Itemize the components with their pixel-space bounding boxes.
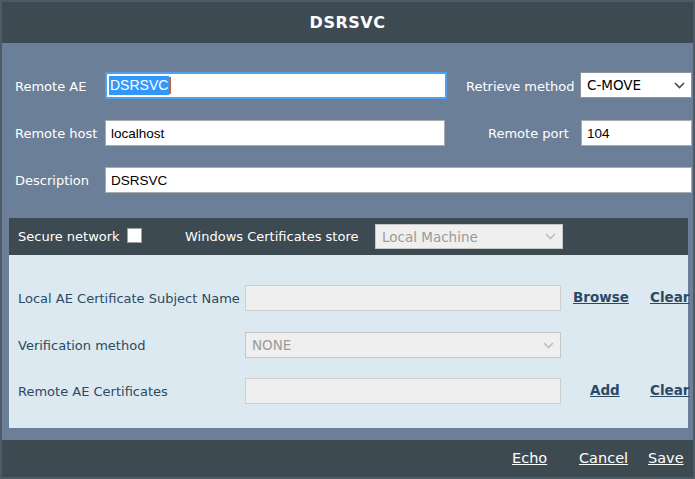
chevron-down-icon (543, 342, 554, 349)
certificates-store-value: Local Machine (382, 229, 478, 245)
add-cert-link[interactable]: Add (590, 382, 620, 398)
remote-ae-certs-input[interactable] (245, 378, 561, 404)
retrieve-method-value: C-MOVE (587, 77, 641, 93)
retrieve-method-select[interactable]: C-MOVE (580, 72, 692, 98)
secure-network-label: Secure network (18, 229, 120, 244)
local-ae-cert-label: Local AE Certificate Subject Name (18, 291, 240, 306)
cancel-button[interactable]: Cancel (579, 450, 628, 466)
remote-host-input[interactable] (105, 120, 445, 146)
browse-link[interactable]: Browse (573, 289, 629, 305)
clear-certs-link[interactable]: Clear (650, 382, 689, 398)
remote-port-label: Remote port (488, 126, 569, 141)
certificates-panel: Local AE Certificate Subject Name Browse… (9, 255, 688, 428)
local-ae-cert-input[interactable] (245, 285, 561, 311)
retrieve-method-label: Retrieve method (466, 79, 575, 94)
dialog-titlebar: DSRSVC (2, 2, 693, 43)
echo-button[interactable]: Echo (512, 450, 547, 466)
verification-method-label: Verification method (18, 338, 145, 353)
verification-method-value: NONE (252, 337, 291, 353)
remote-port-input[interactable] (581, 120, 692, 146)
description-label: Description (15, 173, 89, 188)
dialog-title: DSRSVC (310, 13, 386, 32)
remote-ae-certs-label: Remote AE Certificates (18, 384, 168, 399)
description-input[interactable] (105, 167, 692, 193)
remote-ae-input[interactable]: DSRSVC (105, 72, 447, 99)
selected-text: DSRSVC (109, 76, 169, 95)
certificates-store-select[interactable]: Local Machine (375, 224, 563, 249)
verification-method-select[interactable]: NONE (245, 332, 561, 358)
chevron-down-icon (674, 82, 685, 89)
dialog-window: DSRSVC Remote AE DSRSVC Retrieve method … (0, 0, 695, 479)
chevron-down-icon (545, 233, 556, 240)
text-caret (169, 77, 171, 94)
dialog-footer: Echo Cancel Save (2, 440, 693, 477)
save-button[interactable]: Save (648, 450, 684, 466)
remote-ae-label: Remote AE (15, 79, 86, 94)
secure-network-band: Secure network Windows Certificates stor… (9, 218, 688, 255)
clear-local-cert-link[interactable]: Clear (650, 289, 689, 305)
remote-host-label: Remote host (15, 126, 97, 141)
secure-network-checkbox[interactable] (127, 228, 142, 243)
certificates-store-label: Windows Certificates store (185, 229, 358, 244)
